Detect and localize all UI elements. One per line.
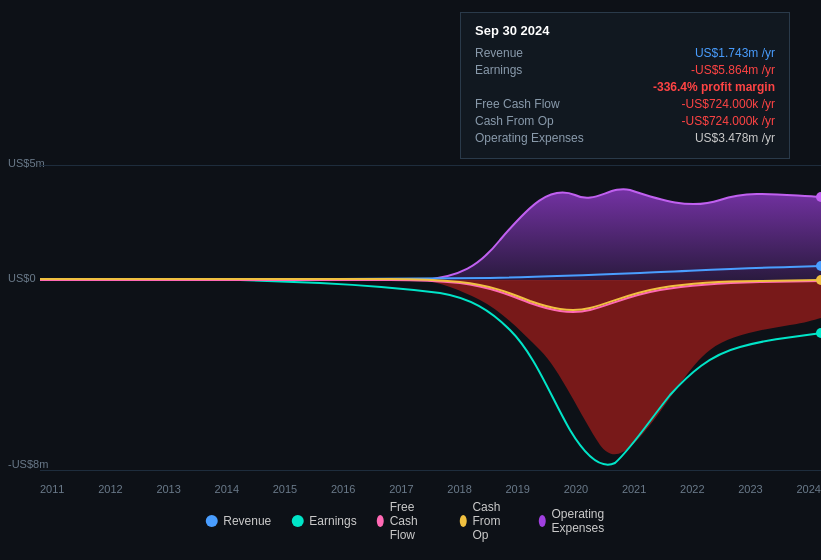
tooltip-row-margin: -336.4% profit margin	[475, 80, 775, 94]
earnings-dot	[816, 328, 821, 338]
legend-label-earnings: Earnings	[309, 514, 356, 528]
tooltip-label-cashop: Cash From Op	[475, 114, 554, 128]
tooltip-value-cashop: -US$724.000k /yr	[682, 114, 775, 128]
legend-dot-revenue	[205, 515, 217, 527]
x-axis-labels: 2011 2012 2013 2014 2015 2016 2017 2018 …	[40, 483, 821, 495]
x-label-2021: 2021	[622, 483, 646, 495]
legend-label-revenue: Revenue	[223, 514, 271, 528]
x-label-2016: 2016	[331, 483, 355, 495]
chart-legend: Revenue Earnings Free Cash Flow Cash Fro…	[205, 500, 616, 542]
x-label-2012: 2012	[98, 483, 122, 495]
x-label-2018: 2018	[447, 483, 471, 495]
earnings-area	[40, 280, 821, 454]
legend-dot-opex	[538, 515, 545, 527]
x-label-2019: 2019	[506, 483, 530, 495]
tooltip-box: Sep 30 2024 Revenue US$1.743m /yr Earnin…	[460, 12, 790, 159]
legend-dot-earnings	[291, 515, 303, 527]
tooltip-date: Sep 30 2024	[475, 23, 775, 38]
legend-dot-cashop	[459, 515, 466, 527]
x-label-2020: 2020	[564, 483, 588, 495]
tooltip-label-earnings: Earnings	[475, 63, 522, 77]
tooltip-row-fcf: Free Cash Flow -US$724.000k /yr	[475, 97, 775, 111]
tooltip-value-margin: -336.4% profit margin	[653, 80, 775, 94]
tooltip-label-revenue: Revenue	[475, 46, 523, 60]
x-label-2017: 2017	[389, 483, 413, 495]
x-label-2015: 2015	[273, 483, 297, 495]
tooltip-value-opex: US$3.478m /yr	[695, 131, 775, 145]
x-label-2022: 2022	[680, 483, 704, 495]
legend-label-opex: Operating Expenses	[551, 507, 615, 535]
tooltip-row-opex: Operating Expenses US$3.478m /yr	[475, 131, 775, 145]
legend-item-opex[interactable]: Operating Expenses	[538, 507, 615, 535]
x-label-2024: 2024	[796, 483, 820, 495]
tooltip-label-fcf: Free Cash Flow	[475, 97, 560, 111]
tooltip-label-opex: Operating Expenses	[475, 131, 584, 145]
x-label-2011: 2011	[40, 483, 64, 495]
legend-label-cashop: Cash From Op	[472, 500, 518, 542]
legend-label-fcf: Free Cash Flow	[390, 500, 440, 542]
legend-item-revenue[interactable]: Revenue	[205, 514, 271, 528]
chart-svg	[40, 155, 821, 480]
x-label-2013: 2013	[156, 483, 180, 495]
tooltip-value-earnings: -US$5.864m /yr	[691, 63, 775, 77]
x-label-2014: 2014	[215, 483, 239, 495]
legend-item-earnings[interactable]: Earnings	[291, 514, 356, 528]
tooltip-row-revenue: Revenue US$1.743m /yr	[475, 46, 775, 60]
tooltip-row-earnings: Earnings -US$5.864m /yr	[475, 63, 775, 77]
tooltip-row-cashop: Cash From Op -US$724.000k /yr	[475, 114, 775, 128]
legend-item-cashop[interactable]: Cash From Op	[459, 500, 518, 542]
tooltip-value-revenue: US$1.743m /yr	[695, 46, 775, 60]
legend-item-fcf[interactable]: Free Cash Flow	[377, 500, 440, 542]
y-label-mid: US$0	[8, 272, 36, 284]
legend-dot-fcf	[377, 515, 384, 527]
tooltip-value-fcf: -US$724.000k /yr	[682, 97, 775, 111]
x-label-2023: 2023	[738, 483, 762, 495]
